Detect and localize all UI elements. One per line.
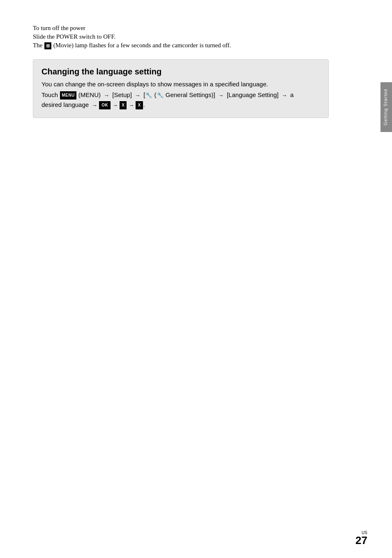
movie-icon: ⊞ <box>44 42 51 49</box>
setup-text: [Setup] <box>111 91 134 98</box>
menu-button-icon: MENU <box>60 91 76 100</box>
ok-button-icon: OK <box>99 101 111 109</box>
language-instruction: Touch MENU (MENU) → [Setup] → [🔧 (🔧 Gene… <box>42 90 320 110</box>
wrench-icon-1: 🔧 <box>145 91 152 100</box>
side-tab-label: Getting Started <box>383 89 388 125</box>
page-number-area: US 27 <box>355 530 367 546</box>
x2-button-icon: X <box>136 101 143 109</box>
power-line1: Slide the POWER switch to OFF. <box>33 33 329 40</box>
period: . <box>143 101 145 108</box>
language-title: Changing the language setting <box>42 67 320 76</box>
power-title: To turn off the power <box>33 25 329 32</box>
arrow-5: → <box>92 101 97 110</box>
power-section: To turn off the power Slide the POWER sw… <box>33 25 329 49</box>
arrow-2: → <box>135 91 141 100</box>
general-text: General Settings)] <box>164 91 217 98</box>
side-tab: Getting Started <box>380 82 392 132</box>
menu-text: (MENU) <box>77 91 103 98</box>
arrow-6: → <box>112 101 118 110</box>
power-line2-pre: The <box>33 42 44 49</box>
touch-label: Touch <box>42 91 60 98</box>
language-setting-text: [Language Setting] <box>225 91 280 98</box>
power-line2-post: (Movie) lamp flashes for a few seconds a… <box>52 42 231 49</box>
wrench-icon-3: 🔧 <box>157 91 164 100</box>
page-number: 27 <box>355 535 367 546</box>
x1-button-icon: X <box>120 101 127 109</box>
wrench-icon-2: ( <box>152 91 156 98</box>
language-description: You can change the on-screen displays to… <box>42 81 320 88</box>
power-line2: The ⊞ (Movie) lamp flashes for a few sec… <box>33 42 329 49</box>
bracket-text: [ <box>142 91 145 98</box>
arrow-1: → <box>104 91 109 100</box>
arrow-7: → <box>128 101 134 110</box>
language-box: Changing the language setting You can ch… <box>33 59 329 118</box>
arrow-3: → <box>218 91 224 100</box>
arrow-4: → <box>281 91 287 100</box>
